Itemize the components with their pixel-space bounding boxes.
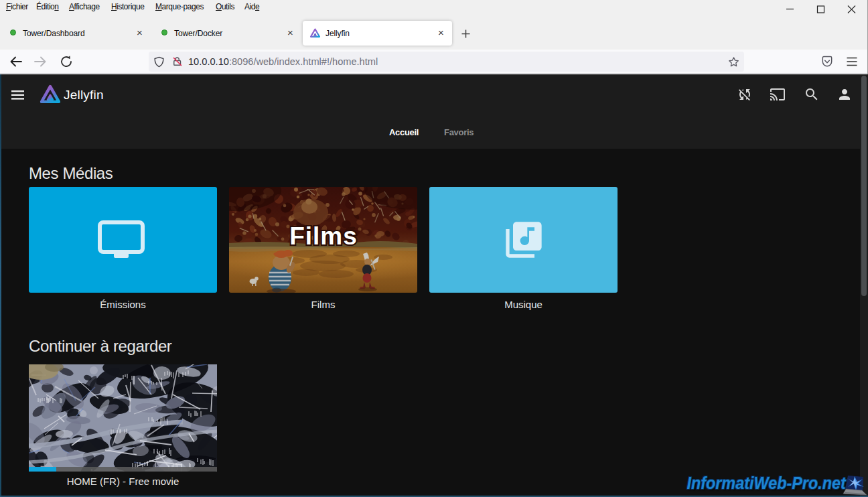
svg-text:Films: Films xyxy=(289,222,358,250)
